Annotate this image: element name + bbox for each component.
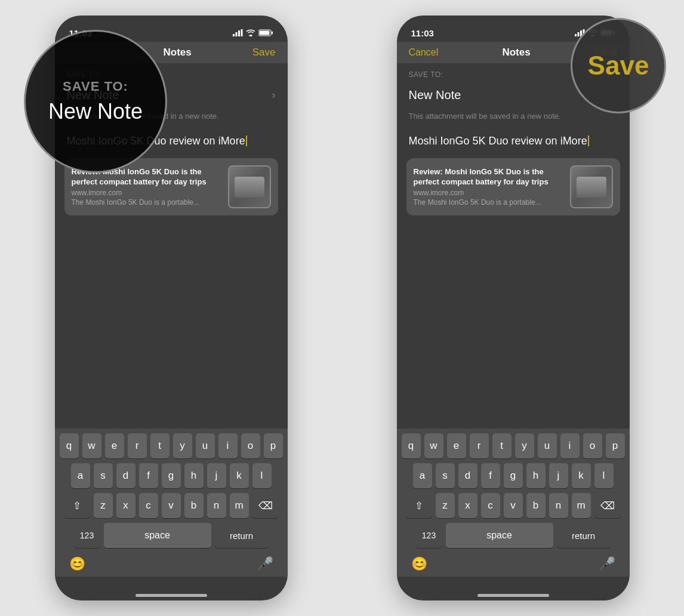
right-key-return[interactable]: return [557, 523, 611, 548]
right-key-f[interactable]: f [481, 463, 500, 488]
left-save-button[interactable]: Save [252, 47, 276, 58]
left-key-e[interactable]: e [105, 433, 124, 458]
left-key-u[interactable]: u [196, 433, 215, 458]
right-key-e[interactable]: e [447, 433, 466, 458]
left-key-t[interactable]: t [150, 433, 170, 458]
right-key-w[interactable]: w [424, 433, 443, 458]
right-key-space[interactable]: space [446, 523, 553, 548]
svg-rect-0 [233, 34, 235, 36]
left-key-s[interactable]: s [94, 463, 113, 488]
right-key-delete[interactable]: ⌫ [594, 493, 621, 518]
right-key-x[interactable]: x [458, 493, 477, 518]
right-nav-title: Notes [502, 47, 530, 58]
left-key-j[interactable]: j [207, 463, 226, 488]
right-key-a[interactable]: a [413, 463, 432, 488]
left-key-p[interactable]: p [264, 433, 283, 458]
left-key-a[interactable]: a [71, 463, 90, 488]
svg-rect-1 [235, 32, 237, 36]
right-emoji-icon[interactable]: 😊 [411, 556, 427, 572]
right-key-b[interactable]: b [526, 493, 546, 518]
right-key-row-4: 123 space return [399, 523, 627, 548]
left-key-d[interactable]: d [116, 463, 135, 488]
right-link-card-url: www.imore.com [414, 189, 564, 197]
left-key-k[interactable]: k [230, 463, 249, 488]
right-new-note-text: New Note [409, 88, 461, 102]
right-key-y[interactable]: y [515, 433, 534, 458]
left-chevron-icon: › [272, 89, 276, 101]
left-key-n[interactable]: n [207, 493, 226, 518]
right-link-card[interactable]: Review: Moshi IonGo 5K Duo is the perfec… [406, 158, 620, 215]
right-key-s[interactable]: s [436, 463, 455, 488]
right-key-m[interactable]: m [572, 493, 591, 518]
left-link-card-image [228, 165, 271, 208]
left-home-indicator [135, 594, 207, 597]
annotation-new-note-label: New Note [48, 99, 143, 124]
right-key-t[interactable]: t [492, 433, 512, 458]
right-battery-thumbnail [571, 167, 612, 207]
right-key-z[interactable]: z [436, 493, 455, 518]
right-key-j[interactable]: j [549, 463, 568, 488]
right-key-u[interactable]: u [538, 433, 557, 458]
signal-icon [233, 29, 243, 36]
left-key-f[interactable]: f [139, 463, 158, 488]
right-key-q[interactable]: q [402, 433, 421, 458]
left-nav-title: Notes [164, 47, 192, 58]
left-key-delete[interactable]: ⌫ [252, 493, 279, 518]
right-phone-container: Save 11:03 [342, 0, 684, 616]
left-key-b[interactable]: b [184, 493, 204, 518]
left-key-h[interactable]: h [184, 463, 204, 488]
right-key-i[interactable]: i [560, 433, 580, 458]
right-key-123[interactable]: 123 [416, 523, 442, 548]
svg-rect-8 [577, 32, 579, 36]
left-key-c[interactable]: c [139, 493, 158, 518]
right-key-r[interactable]: r [470, 433, 489, 458]
left-key-z[interactable]: z [94, 493, 113, 518]
left-link-card-desc: The Moshi IonGo 5K Duo is a portable... [72, 198, 222, 207]
right-attachment-note: This attachment will be saved in a new n… [397, 108, 630, 129]
svg-rect-7 [575, 34, 577, 36]
right-key-c[interactable]: c [481, 493, 500, 518]
left-key-m[interactable]: m [230, 493, 249, 518]
left-key-return[interactable]: return [215, 523, 269, 548]
right-key-h[interactable]: h [526, 463, 546, 488]
right-key-v[interactable]: v [504, 493, 523, 518]
right-cursor [588, 135, 589, 146]
left-key-shift[interactable]: ⇧ [64, 493, 90, 518]
left-key-y[interactable]: y [173, 433, 192, 458]
left-key-row-3: ⇧ z x c v b n m ⌫ [57, 493, 285, 518]
left-mic-icon[interactable]: 🎤 [257, 556, 273, 572]
left-key-v[interactable]: v [162, 493, 181, 518]
left-key-q[interactable]: q [60, 433, 79, 458]
left-key-w[interactable]: w [82, 433, 101, 458]
right-key-d[interactable]: d [458, 463, 477, 488]
svg-rect-5 [272, 32, 273, 35]
right-key-n[interactable]: n [549, 493, 568, 518]
right-key-l[interactable]: l [594, 463, 614, 488]
left-key-x[interactable]: x [116, 493, 135, 518]
right-note-title: Moshi IonGo 5K Duo review on iMore [409, 135, 587, 147]
left-key-i[interactable]: i [218, 433, 238, 458]
battery-icon [258, 29, 273, 36]
left-battery-thumbnail [229, 167, 270, 207]
left-key-o[interactable]: o [241, 433, 260, 458]
right-key-shift[interactable]: ⇧ [406, 493, 432, 518]
annotation-save-circle: Save [571, 18, 666, 113]
right-cancel-button[interactable]: Cancel [409, 47, 439, 58]
right-keyboard: q w e r t y u i o p a s d f g h [397, 429, 630, 577]
left-emoji-icon[interactable]: 😊 [69, 556, 85, 572]
left-key-space[interactable]: space [104, 523, 211, 548]
right-key-k[interactable]: k [572, 463, 591, 488]
left-link-card-url: www.imore.com [72, 189, 222, 197]
right-note-title-area: Moshi IonGo 5K Duo review on iMore [397, 129, 630, 153]
right-key-o[interactable]: o [583, 433, 602, 458]
right-key-g[interactable]: g [504, 463, 523, 488]
right-home-indicator [477, 594, 549, 597]
left-key-123[interactable]: 123 [74, 523, 100, 548]
left-key-g[interactable]: g [162, 463, 181, 488]
right-mic-icon[interactable]: 🎤 [599, 556, 615, 572]
right-key-p[interactable]: p [606, 433, 625, 458]
right-key-row-3: ⇧ z x c v b n m ⌫ [399, 493, 627, 518]
left-key-r[interactable]: r [128, 433, 147, 458]
left-key-l[interactable]: l [252, 463, 272, 488]
right-link-card-title: Review: Moshi IonGo 5K Duo is the perfec… [414, 167, 564, 187]
